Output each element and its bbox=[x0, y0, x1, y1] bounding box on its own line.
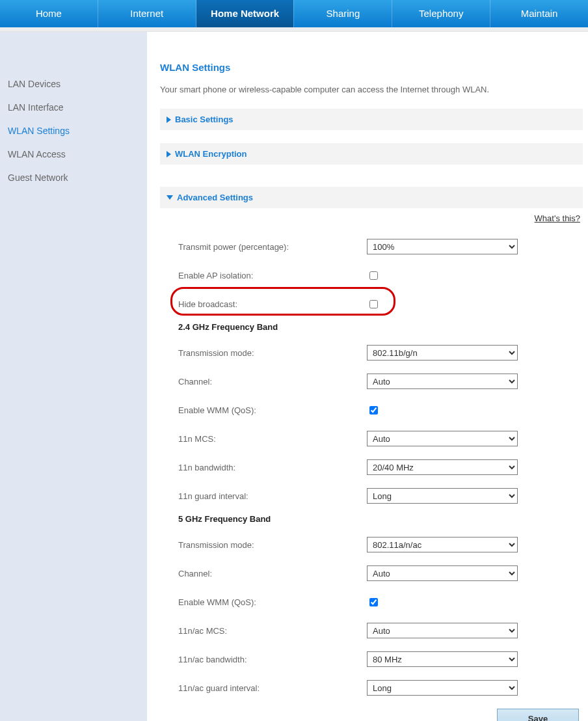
row-hide-broadcast: Hide broadcast: bbox=[178, 290, 583, 318]
row-5-enable-wmm: Enable WMM (QoS): bbox=[178, 588, 583, 616]
b24-channel-select[interactable]: Auto bbox=[367, 374, 518, 389]
section-wlan-encryption[interactable]: WLAN Encryption bbox=[160, 143, 583, 165]
sidebar-item-wlan-settings[interactable]: WLAN Settings bbox=[0, 119, 147, 143]
b5-bandwidth-label: 11n/ac bandwidth: bbox=[178, 655, 367, 664]
row-24-guard: 11n guard interval: Long bbox=[178, 482, 583, 510]
b24-guard-select[interactable]: Long bbox=[367, 488, 518, 504]
chevron-down-icon bbox=[167, 195, 173, 200]
b5-channel-select[interactable]: Auto bbox=[367, 565, 518, 581]
row-enable-ap-isolation: Enable AP isolation: bbox=[178, 261, 583, 290]
advanced-form: Transmit power (percentage): 100% Enable… bbox=[160, 232, 583, 721]
b5-transmission-mode-select[interactable]: 802.11a/n/ac bbox=[367, 537, 518, 552]
section-basic-settings[interactable]: Basic Settings bbox=[160, 109, 583, 130]
whats-this-link[interactable]: What's this? bbox=[535, 213, 580, 223]
row-24-bandwidth: 11n bandwidth: 20/40 MHz bbox=[178, 453, 583, 482]
hide-broadcast-label: Hide broadcast: bbox=[178, 299, 367, 309]
b24-channel-label: Channel: bbox=[178, 377, 367, 387]
row-24-enable-wmm: Enable WMM (QoS): bbox=[178, 396, 583, 424]
nav-tab-sharing[interactable]: Sharing bbox=[294, 0, 392, 27]
b5-enable-wmm-checkbox[interactable] bbox=[369, 598, 378, 606]
b24-bandwidth-select[interactable]: 20/40 MHz bbox=[367, 459, 518, 475]
b5-mcs-label: 11n/ac MCS: bbox=[178, 626, 367, 636]
b5-enable-wmm-label: Enable WMM (QoS): bbox=[178, 597, 367, 607]
b24-enable-wmm-label: Enable WMM (QoS): bbox=[178, 405, 367, 415]
b5-transmission-mode-label: Transmission mode: bbox=[178, 540, 367, 550]
band-24-heading: 2.4 GHz Frequency Band bbox=[178, 318, 583, 338]
sidebar: LAN Devices LAN Interface WLAN Settings … bbox=[0, 32, 147, 721]
row-24-transmission-mode: Transmission mode: 802.11b/g/n bbox=[178, 338, 583, 367]
b5-guard-select[interactable]: Long bbox=[367, 680, 518, 696]
chevron-right-icon bbox=[167, 151, 171, 157]
row-5-bandwidth: 11n/ac bandwidth: 80 MHz bbox=[178, 645, 583, 673]
enable-ap-isolation-checkbox[interactable] bbox=[369, 271, 378, 280]
row-5-mcs: 11n/ac MCS: Auto bbox=[178, 616, 583, 645]
b24-transmission-mode-label: Transmission mode: bbox=[178, 348, 367, 358]
b24-guard-label: 11n guard interval: bbox=[178, 491, 367, 501]
sidebar-item-lan-devices[interactable]: LAN Devices bbox=[0, 72, 147, 96]
row-transmit-power: Transmit power (percentage): 100% bbox=[178, 232, 583, 261]
b5-bandwidth-select[interactable]: 80 MHz bbox=[367, 651, 518, 667]
nav-tab-telephony[interactable]: Telephony bbox=[392, 0, 490, 27]
band-5-heading: 5 GHz Frequency Band bbox=[178, 510, 583, 530]
nav-tab-internet[interactable]: Internet bbox=[98, 0, 196, 27]
main-content: WLAN Settings Your smart phone or wirele… bbox=[147, 32, 588, 721]
section-advanced-label: Advanced Settings bbox=[177, 193, 253, 202]
b24-mcs-select[interactable]: Auto bbox=[367, 431, 518, 446]
sidebar-item-wlan-access[interactable]: WLAN Access bbox=[0, 143, 147, 166]
page-intro: Your smart phone or wireless-capable com… bbox=[160, 85, 583, 94]
section-encryption-label: WLAN Encryption bbox=[175, 149, 247, 159]
sidebar-item-lan-interface[interactable]: LAN Interface bbox=[0, 96, 147, 119]
row-24-mcs: 11n MCS: Auto bbox=[178, 424, 583, 453]
chevron-right-icon bbox=[167, 116, 171, 123]
nav-tab-home[interactable]: Home bbox=[0, 0, 98, 27]
b24-transmission-mode-select[interactable]: 802.11b/g/n bbox=[367, 345, 518, 360]
sub-bar bbox=[0, 27, 588, 32]
save-button[interactable]: Save bbox=[497, 709, 579, 721]
section-basic-label: Basic Settings bbox=[175, 115, 234, 124]
nav-tab-home-network[interactable]: Home Network bbox=[196, 0, 294, 27]
b24-mcs-label: 11n MCS: bbox=[178, 434, 367, 444]
top-nav: Home Internet Home Network Sharing Telep… bbox=[0, 0, 588, 27]
row-5-channel: Channel: Auto bbox=[178, 559, 583, 588]
row-24-channel: Channel: Auto bbox=[178, 367, 583, 396]
sidebar-item-guest-network[interactable]: Guest Network bbox=[0, 166, 147, 189]
b24-enable-wmm-checkbox[interactable] bbox=[369, 406, 378, 415]
transmit-power-label: Transmit power (percentage): bbox=[178, 242, 367, 252]
enable-ap-isolation-label: Enable AP isolation: bbox=[178, 271, 367, 280]
page-title: WLAN Settings bbox=[160, 62, 583, 73]
hide-broadcast-checkbox[interactable] bbox=[369, 300, 378, 308]
row-5-guard: 11n/ac guard interval: Long bbox=[178, 673, 583, 702]
nav-tab-maintain[interactable]: Maintain bbox=[490, 0, 588, 27]
section-advanced-settings[interactable]: Advanced Settings bbox=[160, 187, 583, 208]
row-5-transmission-mode: Transmission mode: 802.11a/n/ac bbox=[178, 530, 583, 559]
transmit-power-select[interactable]: 100% bbox=[367, 239, 518, 254]
b24-bandwidth-label: 11n bandwidth: bbox=[178, 463, 367, 472]
b5-channel-label: Channel: bbox=[178, 569, 367, 578]
b5-mcs-select[interactable]: Auto bbox=[367, 623, 518, 638]
b5-guard-label: 11n/ac guard interval: bbox=[178, 683, 367, 693]
